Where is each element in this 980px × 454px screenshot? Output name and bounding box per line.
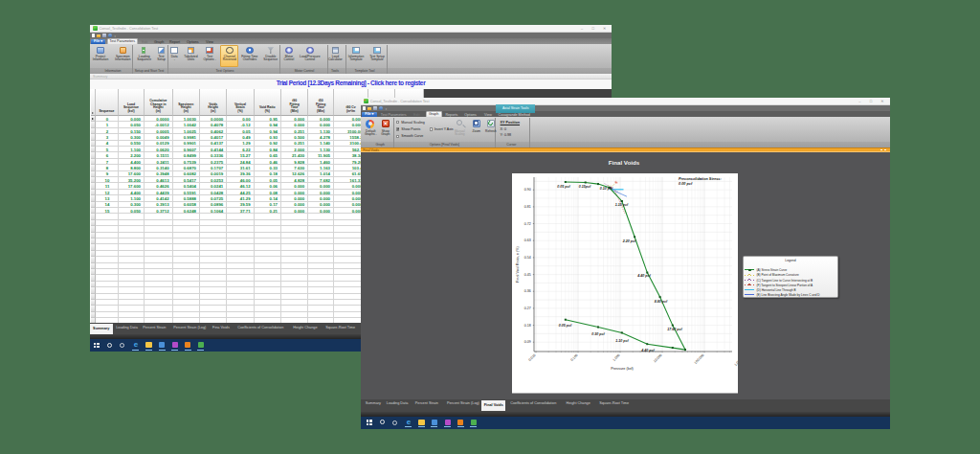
- svg-text:0.45: 0.45: [524, 273, 531, 277]
- svg-text:0.72: 0.72: [524, 222, 531, 226]
- svg-text:0.54: 0.54: [524, 256, 531, 260]
- svg-text:Preconsolidation Stress:: Preconsolidation Stress:: [679, 177, 722, 181]
- svg-text:0.05 pcf: 0.05 pcf: [557, 185, 570, 189]
- svg-text:2.20 pcf: 2.20 pcf: [622, 239, 636, 243]
- svg-text:0.10 pcf: 0.10 pcf: [600, 187, 613, 191]
- svg-text:0.05 pcf: 0.05 pcf: [559, 324, 572, 328]
- svg-text:0.90: 0.90: [524, 188, 531, 192]
- svg-text:1.10 pcf: 1.10 pcf: [615, 339, 629, 343]
- svg-text:17.60 pcf: 17.60 pcf: [667, 328, 682, 331]
- svg-text:0.30 pcf: 0.30 pcf: [591, 332, 605, 336]
- svg-text:0.09: 0.09: [524, 340, 531, 344]
- svg-text:Pressure (ksf): Pressure (ksf): [611, 367, 634, 371]
- svg-text:0.81: 0.81: [524, 205, 531, 209]
- svg-text:0.18: 0.18: [524, 324, 531, 328]
- svg-text:0.00 pcf: 0.00 pcf: [679, 182, 693, 186]
- svg-text:1.10 pcf: 1.10 pcf: [615, 203, 629, 207]
- svg-text:0.27: 0.27: [524, 306, 531, 310]
- svg-text:Final Void Ratio, e (%): Final Void Ratio, e (%): [516, 245, 520, 283]
- svg-text:0.15pcf: 0.15pcf: [579, 185, 591, 189]
- svg-text:0.63: 0.63: [524, 238, 531, 242]
- svg-text:8.80 pcf: 8.80 pcf: [655, 300, 668, 304]
- svg-text:4.40 pcf: 4.40 pcf: [636, 274, 651, 278]
- svg-text:0.36: 0.36: [524, 289, 531, 293]
- svg-text:4.40 pcf: 4.40 pcf: [640, 349, 655, 352]
